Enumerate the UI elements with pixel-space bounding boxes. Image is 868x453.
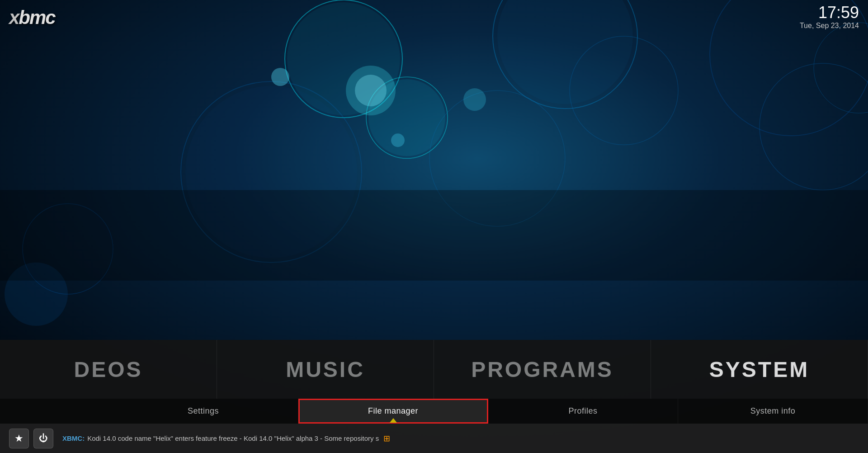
sub-nav-item-file-manager[interactable]: File manager (298, 399, 488, 424)
ticker-text: Kodi 14.0 code name "Helix" enters featu… (87, 434, 379, 442)
svg-point-6 (355, 75, 387, 106)
nav-items-container: DEOS MUSIC PROGRAMS SYSTEM (0, 340, 868, 399)
sub-nav: Settings File manager Profiles System in… (0, 399, 868, 424)
nav-label-programs: PROGRAMS (471, 357, 613, 382)
power-icon: ⏻ (39, 433, 48, 443)
favorites-button[interactable]: ★ (9, 429, 29, 448)
ticker-prefix: XBMC: (62, 434, 85, 442)
svg-point-19 (391, 134, 405, 147)
clock-time: 17:59 (800, 5, 859, 21)
svg-point-20 (463, 88, 486, 111)
ticker-area: XBMC: Kodi 14.0 code name "Helix" enters… (62, 434, 859, 443)
nav-label-videos: DEOS (74, 357, 142, 382)
sub-nav-item-system-info[interactable]: System info (678, 399, 868, 424)
svg-point-18 (271, 68, 289, 86)
cursor-arrow-indicator (390, 418, 397, 423)
nav-label-system: SYSTEM (709, 357, 809, 382)
sub-nav-item-profiles[interactable]: Profiles (488, 399, 678, 424)
app-logo: xbmc (9, 7, 55, 29)
bottom-bar: ★ ⏻ XBMC: Kodi 14.0 code name "Helix" en… (0, 424, 868, 453)
logo-x: x (9, 7, 19, 28)
sub-nav-label-profiles: Profiles (568, 406, 597, 416)
logo-bmc: bmc (19, 7, 55, 28)
nav-item-music[interactable]: MUSIC (217, 340, 434, 399)
sub-nav-label-settings: Settings (188, 406, 219, 416)
nav-item-videos[interactable]: DEOS (0, 340, 217, 399)
nav-item-system[interactable]: SYSTEM (651, 340, 868, 399)
nav-label-music: MUSIC (286, 357, 365, 382)
nav-item-programs[interactable]: PROGRAMS (434, 340, 651, 399)
rss-icon: ⊞ (383, 434, 390, 443)
clock-area: 17:59 Tue, Sep 23, 2014 (791, 0, 868, 34)
sub-nav-item-settings[interactable]: Settings (108, 399, 298, 424)
power-button[interactable]: ⏻ (33, 429, 53, 448)
sub-nav-label-file-manager: File manager (368, 406, 418, 416)
sub-nav-label-system-info: System info (750, 406, 796, 416)
main-nav: DEOS MUSIC PROGRAMS SYSTEM (0, 340, 868, 399)
sub-nav-items-container: Settings File manager Profiles System in… (0, 399, 868, 424)
star-icon: ★ (14, 433, 24, 444)
svg-rect-21 (0, 190, 868, 281)
clock-date: Tue, Sep 23, 2014 (800, 22, 859, 30)
